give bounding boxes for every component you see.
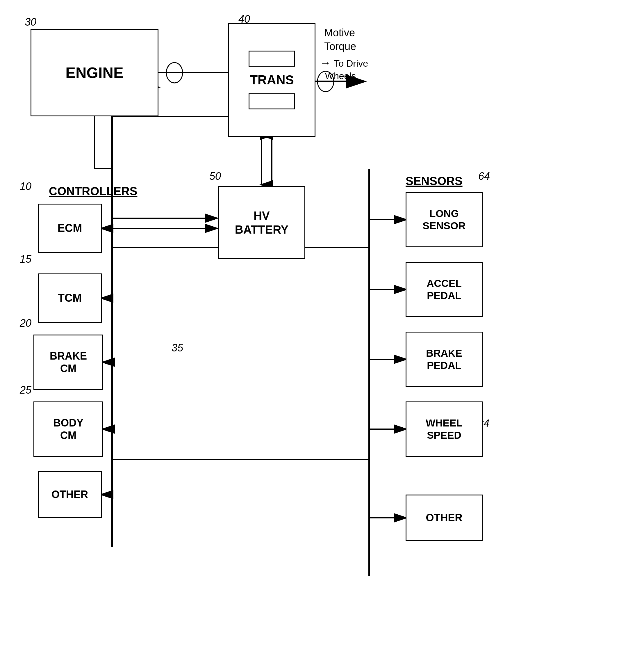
ref-10: 10 bbox=[20, 181, 31, 193]
long-sensor-box: LONGSENSOR bbox=[406, 192, 483, 247]
tcm-box: TCM bbox=[38, 274, 102, 323]
ref-30: 30 bbox=[25, 16, 36, 28]
bodycm-box: BODYCM bbox=[33, 402, 103, 457]
motive-torque-label: MotiveTorque bbox=[324, 26, 356, 54]
hv-battery-box: HVBATTERY bbox=[218, 186, 305, 259]
wheel-speed-box: WHEELSPEED bbox=[406, 402, 483, 457]
trans-box: TRANS bbox=[228, 23, 315, 137]
ref-64: 64 bbox=[478, 170, 490, 183]
diagram-container: 30 40 10 15 20 25 35 50 62 64 60 66 x4 C… bbox=[0, 0, 644, 647]
ecm-box: ECM bbox=[38, 204, 102, 253]
brake-pedal-box: BRAKEPEDAL bbox=[406, 332, 483, 387]
ref-25: 25 bbox=[20, 384, 31, 396]
accel-pedal-box: ACCELPEDAL bbox=[406, 262, 483, 317]
ref-20: 20 bbox=[20, 317, 31, 329]
other-ctrl-box: OTHER bbox=[38, 471, 102, 518]
controllers-label: CONTROLLERS bbox=[49, 185, 137, 198]
brakecm-box: BRAKECM bbox=[33, 335, 103, 390]
ref-15: 15 bbox=[20, 253, 31, 265]
motive-torque-arrow: → To Drive Wheels bbox=[320, 57, 368, 82]
sensors-label: SENSORS bbox=[406, 174, 463, 188]
trans-inner-bottom bbox=[249, 93, 295, 110]
engine-box: ENGINE bbox=[30, 29, 158, 116]
ref-35: 35 bbox=[171, 342, 183, 354]
ref-50: 50 bbox=[209, 170, 221, 183]
trans-inner-top bbox=[249, 51, 295, 67]
other-sensor-box: OTHER bbox=[406, 495, 483, 541]
